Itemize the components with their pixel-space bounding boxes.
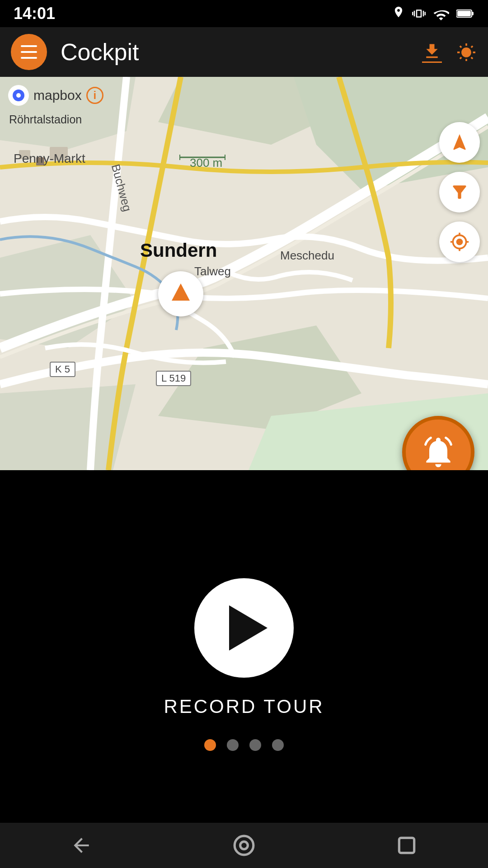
home-nav-button[interactable] [233, 834, 255, 857]
play-record-button[interactable] [194, 578, 294, 678]
pagination-dots [204, 739, 284, 751]
mapbox-logo-circle [8, 85, 29, 106]
svg-point-19 [235, 836, 253, 855]
svg-rect-12 [19, 150, 30, 159]
mapbox-logo: mapbox i [8, 85, 103, 106]
top-bar-actions [422, 42, 477, 63]
navigate-button[interactable] [439, 122, 480, 163]
user-position-marker [158, 271, 203, 316]
pagination-dot-1[interactable] [204, 739, 216, 751]
back-nav-button[interactable] [70, 834, 93, 857]
svg-rect-1 [472, 12, 474, 15]
battery-status-icon [456, 7, 474, 20]
pagination-dot-3[interactable] [249, 739, 261, 751]
brightness-button[interactable] [455, 43, 477, 61]
map-area[interactable]: mapbox i Sundern Penny-Markt Talweg 300 … [0, 77, 488, 470]
mapbox-logo-text: mapbox [33, 88, 82, 103]
pagination-dot-4[interactable] [272, 739, 284, 751]
user-direction-arrow [172, 283, 190, 301]
svg-rect-13 [36, 157, 44, 165]
status-bar: 14:01 [0, 0, 488, 27]
svg-rect-2 [457, 11, 471, 16]
record-tour-label: RECORD TOUR [164, 696, 324, 717]
hamburger-icon [21, 45, 37, 59]
pagination-dot-2[interactable] [227, 739, 239, 751]
bottom-panel: RECORD TOUR [0, 506, 488, 823]
status-icons [392, 5, 474, 22]
mapbox-info-button[interactable]: i [86, 87, 103, 104]
vibrate-status-icon [412, 7, 426, 20]
square-nav-button[interactable] [395, 834, 418, 857]
svg-point-20 [240, 842, 248, 849]
top-bar: Cockpit [0, 27, 488, 77]
status-time: 14:01 [14, 4, 55, 23]
map-background [0, 77, 488, 470]
download-button[interactable] [422, 42, 442, 63]
svg-rect-21 [399, 838, 414, 853]
location-status-icon [392, 5, 405, 22]
wifi-status-icon [433, 7, 449, 20]
svg-point-18 [16, 93, 21, 98]
svg-rect-11 [50, 147, 68, 160]
app-title: Cockpit [61, 38, 422, 66]
menu-button[interactable] [11, 34, 47, 70]
filter-button[interactable] [439, 172, 480, 212]
locate-button[interactable] [439, 222, 480, 262]
bottom-navigation [0, 823, 488, 868]
play-icon [229, 605, 267, 651]
